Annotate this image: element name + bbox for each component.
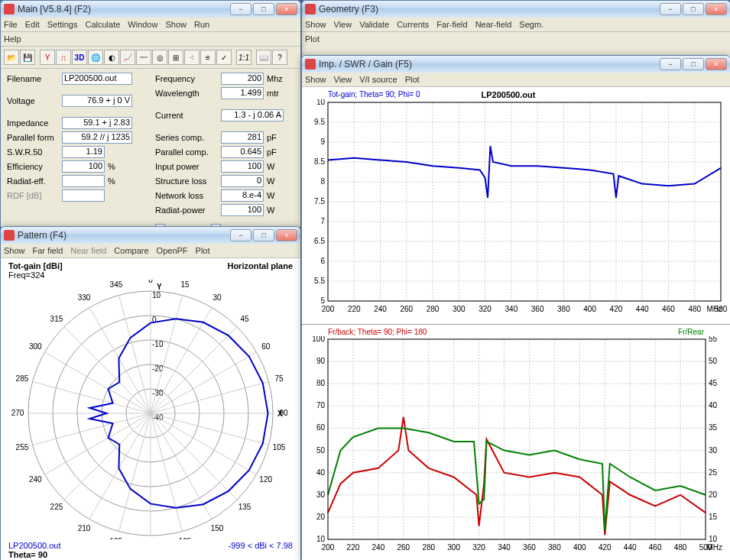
close-button[interactable]: ×: [706, 58, 727, 70]
svg-text:220: 220: [348, 305, 361, 313]
nl-field[interactable]: 8.e-4: [221, 189, 264, 202]
menu-plot[interactable]: Plot: [305, 34, 320, 44]
menu-view[interactable]: View: [334, 20, 352, 29]
menu-help[interactable]: Help: [4, 34, 21, 44]
impedance-field[interactable]: 59.1 + j 2.83: [62, 117, 132, 129]
svg-text:210: 210: [78, 524, 91, 532]
pattern-theta: Theta= 90: [8, 550, 47, 559]
minimize-button[interactable]: −: [230, 229, 251, 241]
eff-field[interactable]: 100: [62, 160, 105, 173]
menu-view[interactable]: View: [334, 75, 352, 84]
wire-icon[interactable]: ⎍: [56, 50, 71, 65]
maximize-button[interactable]: □: [253, 3, 274, 15]
menu-compare[interactable]: Compare: [114, 246, 148, 255]
radeff-field[interactable]: [62, 175, 105, 187]
svg-text:MHz: MHz: [706, 543, 722, 552]
close-button[interactable]: ×: [276, 3, 297, 15]
svg-line-22: [151, 382, 269, 413]
svg-text:320: 320: [472, 543, 485, 552]
close-button[interactable]: ×: [706, 3, 727, 15]
menu-file[interactable]: File: [4, 20, 18, 29]
menu-openpf[interactable]: OpenPF: [157, 246, 188, 255]
maximize-button[interactable]: □: [683, 58, 704, 70]
svg-text:40: 40: [709, 401, 718, 409]
svg-text:8.5: 8.5: [314, 157, 325, 166]
menu-settings[interactable]: Settings: [47, 20, 78, 29]
swr-field[interactable]: 1.19: [62, 146, 105, 158]
sl-field[interactable]: 0: [221, 175, 264, 187]
main-menubar2: Help: [1, 32, 300, 47]
parallel-field[interactable]: 59.2 // j 1235: [62, 131, 132, 144]
globe-icon[interactable]: 🌐: [88, 50, 103, 65]
maximize-button[interactable]: □: [683, 3, 704, 15]
gain-titlebar[interactable]: Imp. / SWR / Gain (F5) − □ ×: [302, 56, 730, 73]
antenna-icon[interactable]: Y: [40, 50, 55, 65]
minimize-button[interactable]: −: [660, 3, 681, 15]
scatter-icon[interactable]: ⁖: [184, 50, 200, 65]
scale-icon[interactable]: 1:1: [236, 50, 251, 65]
minimize-button[interactable]: −: [660, 58, 681, 70]
rp-field[interactable]: 100: [221, 204, 264, 216]
grid-icon[interactable]: ⊞: [168, 50, 183, 65]
close-button[interactable]: ×: [276, 229, 297, 241]
filename-field[interactable]: LP200500.out: [62, 73, 132, 85]
menu-show[interactable]: Show: [4, 246, 25, 255]
svg-text:260: 260: [397, 543, 410, 552]
help-icon[interactable]: ?: [272, 50, 287, 65]
ip-field[interactable]: 100: [221, 160, 264, 173]
menu-show[interactable]: Show: [305, 75, 326, 84]
menu-edit[interactable]: Edit: [25, 20, 40, 29]
menu-run[interactable]: Run: [194, 20, 209, 29]
gauge-icon[interactable]: ◐: [104, 50, 119, 65]
svg-text:20: 20: [709, 490, 718, 499]
eff-label: Efficiency: [7, 162, 59, 171]
menu-window[interactable]: Window: [128, 20, 157, 29]
save-icon[interactable]: 💾: [20, 50, 35, 65]
freq-field[interactable]: 200: [221, 73, 264, 85]
geometry-window[interactable]: Geometry (F3) − □ × Show View Validate C…: [301, 0, 730, 63]
menu-calculate[interactable]: Calculate: [85, 20, 120, 29]
geometry-menubar2: Plot: [302, 32, 730, 46]
menu-nearfield[interactable]: Near-field: [475, 20, 512, 29]
menu-plot[interactable]: Plot: [405, 75, 420, 84]
3d-icon[interactable]: 3D: [72, 50, 87, 65]
target-icon[interactable]: ◎: [152, 50, 167, 65]
pattern-icon[interactable]: 〰: [136, 50, 151, 65]
open-icon[interactable]: 📂: [4, 50, 19, 65]
pattern-window[interactable]: Pattern (F4) − □ × Show Far field Near f…: [0, 226, 301, 560]
book-icon[interactable]: 📖: [256, 50, 271, 65]
menu-currents[interactable]: Currents: [397, 20, 429, 29]
maximize-button[interactable]: □: [253, 229, 274, 241]
menu-plot[interactable]: Plot: [196, 246, 210, 255]
gain-title: Imp. / SWR / Gain (F5): [319, 59, 412, 70]
voltage-field[interactable]: 76.9 + j 0 V: [62, 95, 132, 107]
minimize-button[interactable]: −: [230, 3, 251, 15]
svg-text:480: 480: [674, 543, 687, 552]
gain-window[interactable]: Imp. / SWR / Gain (F5) − □ × Show View V…: [301, 55, 730, 560]
svg-text:300: 300: [453, 305, 466, 313]
svg-text:7.5: 7.5: [314, 197, 325, 206]
menu-visource[interactable]: V/I source: [359, 75, 397, 84]
gain-menubar: Show View V/I source Plot: [302, 73, 730, 87]
segments-icon[interactable]: ≡: [200, 50, 216, 65]
pc-field[interactable]: 0.645: [221, 146, 264, 158]
svg-text:7: 7: [320, 217, 325, 225]
chart-icon[interactable]: 📈: [120, 50, 135, 65]
menu-show[interactable]: Show: [305, 20, 326, 29]
curr-field[interactable]: 1.3 - j 0.06 A: [221, 109, 284, 121]
menu-farfield[interactable]: Far field: [33, 246, 63, 255]
pattern-titlebar[interactable]: Pattern (F4) − □ ×: [1, 227, 300, 244]
menu-show[interactable]: Show: [165, 20, 187, 29]
svg-text:25: 25: [709, 468, 718, 477]
sc-field[interactable]: 281: [221, 131, 264, 144]
menu-validate[interactable]: Validate: [359, 20, 389, 29]
svg-text:200: 200: [322, 305, 335, 313]
rdf-field[interactable]: [62, 189, 105, 202]
geometry-titlebar[interactable]: Geometry (F3) − □ ×: [302, 1, 730, 18]
variables-icon[interactable]: ✓: [216, 50, 232, 65]
menu-farfield[interactable]: Far-field: [436, 20, 467, 29]
main-window[interactable]: Main [V5.8.4] (F2) − □ × File Edit Setti…: [0, 0, 301, 228]
main-titlebar[interactable]: Main [V5.8.4] (F2) − □ ×: [1, 1, 300, 18]
wave-field[interactable]: 1.499: [221, 87, 264, 99]
menu-segm[interactable]: Segm.: [519, 20, 543, 29]
